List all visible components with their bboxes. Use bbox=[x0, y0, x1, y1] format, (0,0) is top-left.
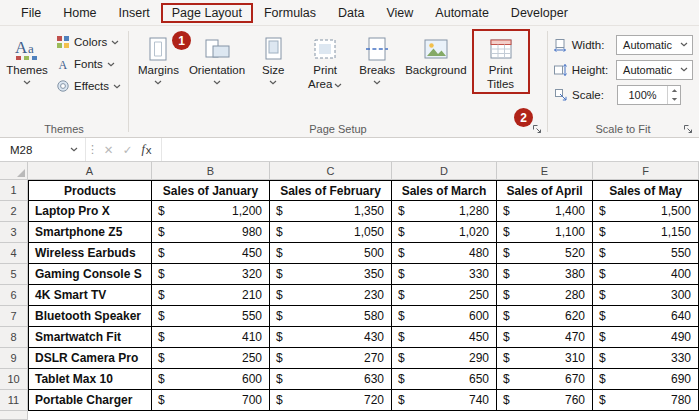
cancel-icon[interactable]: ✕ bbox=[99, 138, 118, 161]
value-cell[interactable]: $410 bbox=[152, 327, 270, 348]
value-cell[interactable]: $980 bbox=[152, 222, 270, 243]
height-combobox[interactable]: Automatic bbox=[616, 60, 693, 80]
value-cell[interactable]: $580 bbox=[270, 306, 392, 327]
fonts-button[interactable]: AFonts bbox=[52, 53, 124, 75]
tab-automate[interactable]: Automate bbox=[424, 3, 500, 23]
value-cell[interactable]: $620 bbox=[497, 306, 593, 327]
value-cell[interactable]: $740 bbox=[392, 390, 497, 411]
column-header-d[interactable]: D bbox=[392, 162, 497, 180]
scale-spinner[interactable]: 100% bbox=[617, 85, 681, 105]
value-cell[interactable]: $670 bbox=[497, 369, 593, 390]
product-cell[interactable]: Wireless Earbuds bbox=[28, 243, 152, 264]
background-button[interactable]: Background bbox=[400, 29, 471, 80]
value-cell[interactable]: $700 bbox=[152, 390, 270, 411]
select-all-corner[interactable] bbox=[0, 162, 28, 180]
value-cell[interactable]: $690 bbox=[593, 369, 699, 390]
value-cell[interactable]: $630 bbox=[270, 369, 392, 390]
value-cell[interactable]: $290 bbox=[392, 348, 497, 369]
tab-home[interactable]: Home bbox=[52, 3, 107, 23]
header-cell[interactable]: Sales of January bbox=[152, 180, 270, 201]
row-header-7[interactable]: 7 bbox=[0, 306, 28, 327]
enter-icon[interactable]: ✓ bbox=[118, 138, 137, 161]
value-cell[interactable]: $350 bbox=[270, 264, 392, 285]
value-cell[interactable]: $480 bbox=[392, 243, 497, 264]
formula-input[interactable] bbox=[161, 138, 699, 161]
row-header-5[interactable]: 5 bbox=[0, 264, 28, 285]
header-cell[interactable]: Sales of March bbox=[392, 180, 497, 201]
product-cell[interactable]: Smartphone Z5 bbox=[28, 222, 152, 243]
value-cell[interactable]: $310 bbox=[497, 348, 593, 369]
row-header-10[interactable]: 10 bbox=[0, 369, 28, 390]
value-cell[interactable]: $270 bbox=[270, 348, 392, 369]
value-cell[interactable]: $280 bbox=[497, 285, 593, 306]
column-header-b[interactable]: B bbox=[152, 162, 270, 180]
tab-insert[interactable]: Insert bbox=[108, 3, 161, 23]
value-cell[interactable]: $320 bbox=[152, 264, 270, 285]
value-cell[interactable]: $1,500 bbox=[593, 201, 699, 222]
effects-button[interactable]: Effects bbox=[52, 75, 124, 97]
value-cell[interactable]: $1,400 bbox=[497, 201, 593, 222]
scale-to-fit-dialog-launcher-icon[interactable] bbox=[681, 122, 694, 135]
column-header-a[interactable]: A bbox=[28, 162, 152, 180]
value-cell[interactable]: $330 bbox=[392, 264, 497, 285]
value-cell[interactable]: $330 bbox=[593, 348, 699, 369]
row-header-6[interactable]: 6 bbox=[0, 285, 28, 306]
value-cell[interactable]: $550 bbox=[593, 243, 699, 264]
value-cell[interactable]: $1,350 bbox=[270, 201, 392, 222]
row-header-11[interactable]: 11 bbox=[0, 390, 28, 411]
value-cell[interactable]: $430 bbox=[270, 327, 392, 348]
value-cell[interactable]: $400 bbox=[593, 264, 699, 285]
value-cell[interactable]: $300 bbox=[593, 285, 699, 306]
themes-button[interactable]: Aa Themes bbox=[4, 29, 50, 87]
size-button[interactable]: Size bbox=[250, 29, 296, 87]
row-header-3[interactable]: 3 bbox=[0, 222, 28, 243]
value-cell[interactable]: $500 bbox=[270, 243, 392, 264]
value-cell[interactable]: $550 bbox=[152, 306, 270, 327]
value-cell[interactable]: $250 bbox=[152, 348, 270, 369]
print-area-button[interactable]: Print Area bbox=[296, 29, 354, 94]
value-cell[interactable]: $1,050 bbox=[270, 222, 392, 243]
header-cell[interactable]: Products bbox=[28, 180, 152, 201]
colors-button[interactable]: Colors bbox=[52, 31, 124, 53]
width-combobox[interactable]: Automatic bbox=[616, 35, 693, 55]
product-cell[interactable]: DSLR Camera Pro bbox=[28, 348, 152, 369]
formula-bar-drag-handle[interactable]: ⋮ bbox=[86, 138, 99, 161]
value-cell[interactable]: $600 bbox=[152, 369, 270, 390]
value-cell[interactable]: $210 bbox=[152, 285, 270, 306]
value-cell[interactable]: $640 bbox=[593, 306, 699, 327]
header-cell[interactable]: Sales of February bbox=[270, 180, 392, 201]
row-header-1[interactable]: 1 bbox=[0, 180, 28, 201]
value-cell[interactable]: $1,150 bbox=[593, 222, 699, 243]
value-cell[interactable]: $720 bbox=[270, 390, 392, 411]
value-cell[interactable]: $760 bbox=[497, 390, 593, 411]
value-cell[interactable]: $380 bbox=[497, 264, 593, 285]
tab-formulas[interactable]: Formulas bbox=[253, 3, 327, 23]
product-cell[interactable]: 4K Smart TV bbox=[28, 285, 152, 306]
row-header-2[interactable]: 2 bbox=[0, 201, 28, 222]
value-cell[interactable]: $1,020 bbox=[392, 222, 497, 243]
breaks-button[interactable]: Breaks bbox=[354, 29, 400, 87]
orientation-button[interactable]: Orientation bbox=[184, 29, 250, 87]
header-cell[interactable]: Sales of April bbox=[497, 180, 593, 201]
product-cell[interactable]: Bluetooth Speaker bbox=[28, 306, 152, 327]
tab-developer[interactable]: Developer bbox=[500, 3, 579, 23]
product-cell[interactable]: Portable Charger bbox=[28, 390, 152, 411]
value-cell[interactable]: $520 bbox=[497, 243, 593, 264]
row-header-8[interactable]: 8 bbox=[0, 327, 28, 348]
header-cell[interactable]: Sales of May bbox=[593, 180, 699, 201]
value-cell[interactable]: $1,200 bbox=[152, 201, 270, 222]
product-cell[interactable]: Tablet Max 10 bbox=[28, 369, 152, 390]
value-cell[interactable]: $490 bbox=[593, 327, 699, 348]
page-setup-dialog-launcher-icon[interactable] bbox=[530, 122, 543, 135]
row-header-9[interactable]: 9 bbox=[0, 348, 28, 369]
product-cell[interactable]: Laptop Pro X bbox=[28, 201, 152, 222]
tab-page-layout[interactable]: Page Layout bbox=[161, 3, 253, 23]
value-cell[interactable]: $1,100 bbox=[497, 222, 593, 243]
value-cell[interactable]: $450 bbox=[392, 327, 497, 348]
tab-view[interactable]: View bbox=[375, 3, 424, 23]
insert-function-icon[interactable]: fx bbox=[137, 138, 156, 161]
name-box[interactable]: M28 bbox=[0, 138, 86, 161]
value-cell[interactable]: $1,280 bbox=[392, 201, 497, 222]
column-header-f[interactable]: F bbox=[593, 162, 699, 180]
row-header-12[interactable] bbox=[0, 411, 28, 420]
